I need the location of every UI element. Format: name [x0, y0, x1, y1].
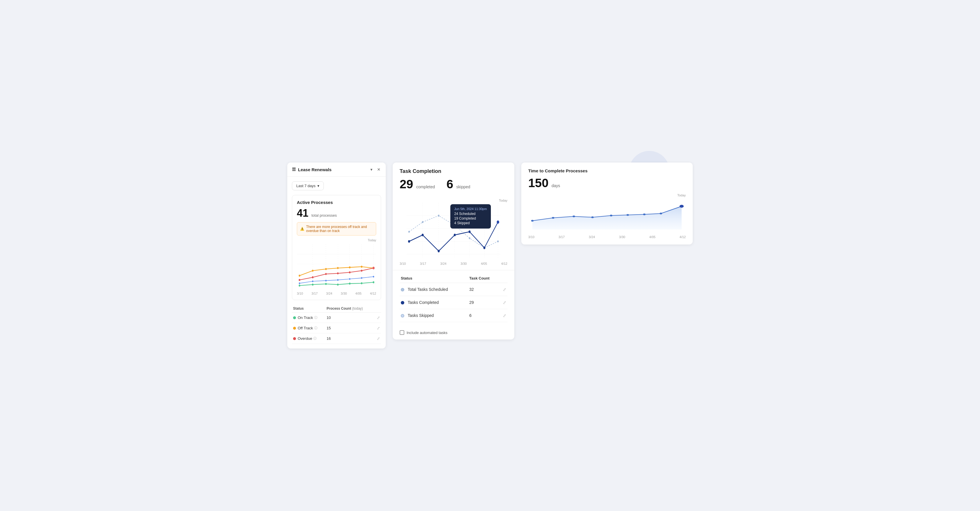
- task-link[interactable]: ⤤: [499, 296, 508, 309]
- tc-chart-area: Jun 5th, 2024 11:30pm 24 Scheduled 19 Co…: [399, 203, 508, 261]
- svg-point-49: [422, 221, 423, 223]
- svg-point-15: [361, 266, 362, 267]
- active-processes-count-label: total processes: [312, 213, 337, 218]
- status-link[interactable]: ⤤: [374, 333, 381, 344]
- svg-point-10: [299, 275, 300, 277]
- tc-chart-wrapper: Today Jun 5th, 2024 11:30pm 24 Scheduled…: [393, 199, 514, 266]
- date-filter-label: Last 7 days: [296, 184, 316, 188]
- status-col-header: Status: [292, 305, 326, 312]
- lease-renewals-panel: ☰ Lease Renewals ▾ ✕ Last 7 days ▾ Activ…: [287, 162, 386, 349]
- svg-point-65: [573, 215, 575, 217]
- task-table: Status Task Count Total Tasks Scheduled …: [399, 274, 508, 322]
- ttc-stats: 150 days: [528, 176, 686, 190]
- alert-banner: ⚠️ There are more processes off track an…: [297, 222, 376, 236]
- svg-point-25: [312, 280, 313, 282]
- svg-point-60: [483, 247, 485, 249]
- svg-point-13: [337, 267, 339, 269]
- status-table-row: On Track ⓘ 10 ⤤: [292, 312, 381, 323]
- svg-point-37: [373, 281, 374, 283]
- ttc-count: 150: [528, 176, 549, 190]
- svg-point-55: [408, 240, 410, 243]
- task-count: 32: [468, 283, 499, 296]
- page-wrapper: ☰ Lease Renewals ▾ ✕ Last 7 days ▾ Activ…: [287, 162, 693, 349]
- status-table-row: Overdue ⓘ 16 ⤤: [292, 333, 381, 344]
- task-label: Tasks Completed: [399, 296, 468, 309]
- active-processes-chart: [297, 244, 376, 291]
- task-link[interactable]: ⤤: [499, 309, 508, 322]
- task-dot: [401, 288, 404, 291]
- svg-point-32: [312, 283, 313, 286]
- svg-point-23: [372, 267, 374, 269]
- svg-point-14: [349, 266, 350, 269]
- svg-point-67: [610, 215, 612, 216]
- ttc-chart-area: Today: [528, 194, 686, 234]
- svg-point-51: [454, 224, 455, 226]
- task-label: Tasks Skipped: [399, 309, 468, 322]
- automated-tasks-row: Include automated tasks: [393, 327, 514, 339]
- svg-point-36: [361, 282, 362, 284]
- status-table: Status Process Count (today) On Track ⓘ: [292, 305, 381, 344]
- status-link[interactable]: ⤤: [374, 323, 381, 333]
- svg-point-58: [454, 234, 456, 236]
- svg-point-48: [408, 231, 410, 233]
- svg-point-12: [325, 268, 327, 270]
- include-automated-checkbox[interactable]: [399, 330, 404, 335]
- count-col-header: Process Count (today): [326, 305, 374, 312]
- warning-icon: ⚠️: [300, 227, 304, 231]
- info-icon[interactable]: ⓘ: [313, 336, 317, 341]
- chart-x-labels: 3/10 3/17 3/24 3/30 4/05 4/12: [297, 291, 376, 295]
- tc-stat-skipped: 6 skipped: [447, 177, 470, 191]
- svg-point-50: [438, 215, 439, 216]
- right-area: Time to Complete Processes 150 days Toda…: [521, 162, 693, 245]
- svg-point-22: [361, 270, 362, 272]
- svg-point-31: [299, 285, 300, 287]
- status-table-row: Off Track ⓘ 15 ⤤: [292, 323, 381, 333]
- task-label: Total Tasks Scheduled: [399, 283, 468, 296]
- active-processes-count: 41: [297, 207, 309, 219]
- ttc-x-labels: 3/10 3/17 3/24 3/30 4/05 4/12: [528, 235, 686, 239]
- panel-header-icons: ▾ ✕: [370, 167, 381, 172]
- task-table-wrapper: Status Task Count Total Tasks Scheduled …: [393, 274, 514, 327]
- panel-header: ☰ Lease Renewals ▾ ✕: [287, 162, 386, 177]
- svg-point-70: [660, 213, 662, 214]
- svg-point-24: [299, 282, 300, 284]
- svg-point-71: [680, 205, 684, 208]
- status-label: On Track ⓘ: [292, 312, 326, 323]
- svg-point-56: [422, 234, 424, 236]
- svg-point-26: [325, 280, 327, 282]
- task-link[interactable]: ⤤: [499, 283, 508, 296]
- svg-point-64: [552, 217, 555, 219]
- tc-title: Task Completion: [399, 168, 508, 174]
- svg-point-27: [337, 279, 339, 281]
- status-count: 10: [326, 312, 374, 323]
- status-link[interactable]: ⤤: [374, 312, 381, 323]
- svg-point-20: [337, 272, 339, 274]
- date-filter-button[interactable]: Last 7 days ▾: [292, 181, 324, 190]
- info-icon[interactable]: ⓘ: [314, 326, 317, 330]
- tc-stats: 29 completed 6 skipped: [399, 177, 508, 191]
- status-label: Overdue ⓘ: [292, 333, 326, 344]
- task-status-header: Status: [399, 274, 468, 283]
- alert-text: There are more processes off track and o…: [306, 225, 373, 233]
- tc-x-labels: 3/10 3/17 3/24 3/30 4/05 4/12: [399, 261, 508, 266]
- svg-point-33: [325, 283, 327, 285]
- svg-point-17: [299, 279, 300, 281]
- tc-header: Task Completion 29 completed 6 skipped: [393, 162, 514, 199]
- status-dot: [293, 316, 296, 319]
- checkbox-label: Include automated tasks: [407, 331, 447, 335]
- svg-point-69: [643, 213, 646, 215]
- close-button[interactable]: ✕: [377, 167, 381, 172]
- svg-point-61: [497, 220, 499, 224]
- task-completion-panel: Task Completion 29 completed 6 skipped T…: [393, 162, 514, 339]
- dropdown-button[interactable]: ▾: [370, 167, 373, 172]
- active-processes-stats: 41 total processes: [297, 207, 376, 219]
- active-processes-card: Active Processes 41 total processes ⚠️ T…: [292, 195, 381, 300]
- task-count: 29: [468, 296, 499, 309]
- status-label: Off Track ⓘ: [292, 323, 326, 333]
- tc-today-label: Today: [399, 199, 508, 202]
- info-icon[interactable]: ⓘ: [314, 315, 317, 320]
- active-processes-title: Active Processes: [297, 200, 376, 205]
- svg-point-11: [312, 270, 313, 272]
- svg-point-29: [361, 277, 362, 279]
- ttc-card: Time to Complete Processes 150 days Toda…: [521, 162, 693, 245]
